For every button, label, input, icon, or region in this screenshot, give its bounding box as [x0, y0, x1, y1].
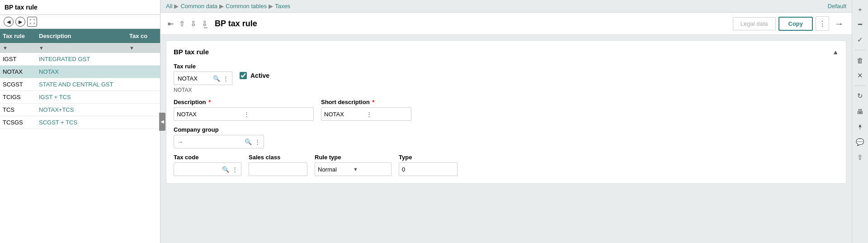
sidebar-attach-icon[interactable]: 🖈: [854, 120, 867, 133]
tax-code-more-icon[interactable]: ⋮: [231, 166, 239, 173]
sep2: ▶: [219, 3, 224, 10]
copy-button[interactable]: Copy: [778, 17, 813, 31]
cell-desc: SCGST + TCS: [36, 116, 127, 129]
filter-row: ▼ ▼ ▼: [0, 43, 160, 53]
description-field[interactable]: NOTAX ⋮: [174, 107, 314, 121]
cell-taxrule: TCIGS: [0, 91, 36, 103]
last-icon[interactable]: ⇩̲: [200, 19, 209, 29]
first-icon[interactable]: ⇤: [166, 19, 175, 29]
row-company-group: Company group → 🔍 ⋮: [174, 126, 839, 148]
sidebar-check-icon[interactable]: ✓: [854, 33, 867, 46]
cell-taxco: [127, 104, 154, 116]
short-description-required: *: [372, 99, 374, 105]
expand-button[interactable]: ⛶: [27, 17, 37, 27]
description-required: *: [208, 99, 211, 105]
form-card-header: BP tax rule ▲: [174, 48, 839, 56]
group-description: Description * NOTAX ⋮: [174, 99, 314, 121]
sidebar-share-icon[interactable]: ⇧: [854, 151, 867, 164]
next-button[interactable]: ▶: [15, 17, 25, 27]
cell-taxrule: TCSGS: [0, 116, 36, 129]
table-row[interactable]: IGST INTEGRATED GST: [0, 53, 160, 66]
row-tax-rule: Tax rule NOTAX 🔍 ⋮ NOTAX Active: [174, 63, 839, 93]
up-icon[interactable]: ⇧: [177, 19, 187, 29]
card-title: BP tax rule: [174, 48, 209, 56]
tax-rule-value: NOTAX: [176, 75, 212, 82]
filter-funnel-taxco[interactable]: ▼: [129, 45, 134, 51]
sidebar-cancel-icon[interactable]: ✕: [854, 69, 867, 82]
group-type: Type 0: [399, 154, 458, 176]
sidebar-minus-icon[interactable]: ━: [854, 18, 867, 31]
sales-class-field[interactable]: [249, 162, 307, 176]
description-value: NOTAX: [177, 111, 242, 118]
tax-code-label: Tax code: [174, 154, 241, 161]
table-row[interactable]: TCS NOTAX+TCS: [0, 104, 160, 116]
legal-data-button[interactable]: Legal data: [733, 17, 776, 30]
cell-desc: STATE AND CENTRAL GST: [36, 78, 127, 91]
table-row[interactable]: SCGST STATE AND CENTRAL GST: [0, 78, 160, 91]
type-field[interactable]: 0: [399, 162, 458, 176]
company-group-field[interactable]: → 🔍 ⋮: [174, 135, 264, 148]
company-group-search-icon[interactable]: 🔍: [243, 138, 253, 145]
tax-rule-more-icon[interactable]: ⋮: [222, 75, 230, 82]
type-label: Type: [399, 154, 458, 161]
group-active: Active: [240, 72, 269, 79]
table-body: IGST INTEGRATED GST NOTAX NOTAX SCGST ST…: [0, 53, 160, 243]
cell-taxco: [127, 116, 154, 129]
sidebar-divider1: [855, 50, 866, 50]
active-checkbox[interactable]: [240, 72, 247, 79]
table-row[interactable]: NOTAX NOTAX: [0, 66, 160, 78]
tax-code-search-icon[interactable]: 🔍: [221, 166, 231, 173]
sidebar-refresh-icon[interactable]: ↻: [854, 90, 867, 102]
col-header-desc: Description: [36, 29, 127, 43]
short-description-label: Short description *: [321, 99, 411, 105]
table-row[interactable]: TCIGS IGST + TCS: [0, 91, 160, 104]
prev-button[interactable]: ◀: [4, 17, 14, 27]
breadcrumb-default[interactable]: Default: [828, 3, 846, 10]
company-group-arrow-icon[interactable]: →: [176, 138, 184, 145]
collapse-button[interactable]: ◀: [159, 113, 165, 131]
sales-class-label: Sales class: [249, 154, 307, 161]
sidebar-comment-icon[interactable]: 💬: [854, 136, 867, 148]
short-description-field[interactable]: NOTAX ⋮: [321, 107, 411, 121]
filter-taxco[interactable]: ▼: [127, 44, 154, 52]
short-description-value: NOTAX: [324, 111, 365, 118]
tax-rule-search-icon[interactable]: 🔍: [212, 75, 222, 82]
breadcrumb-common-tables[interactable]: Common tables: [226, 3, 267, 10]
top-toolbar: ⇤ ⇧ ⇩ ⇩̲ BP tax rule Legal data Copy ⋮ →: [160, 13, 852, 35]
breadcrumb: All ▶ Common data ▶ Common tables ▶ Taxe…: [160, 0, 852, 13]
active-label[interactable]: Active: [250, 72, 269, 79]
cell-taxco: [127, 91, 154, 103]
sidebar-delete-icon[interactable]: 🗑: [854, 54, 867, 67]
row-description: Description * NOTAX ⋮ Short description …: [174, 99, 839, 121]
tax-code-field[interactable]: 🔍 ⋮: [174, 162, 241, 176]
tax-rule-field[interactable]: NOTAX 🔍 ⋮: [174, 71, 232, 85]
rule-type-select[interactable]: Normal ▼: [315, 162, 392, 176]
filter-desc[interactable]: ▼: [36, 44, 127, 52]
cell-taxrule: TCS: [0, 104, 36, 116]
breadcrumb-common-data[interactable]: Common data: [180, 3, 217, 10]
col-header-taxrule: Tax rule: [0, 29, 36, 43]
type-value: 0: [402, 166, 454, 173]
export-button[interactable]: →: [832, 18, 846, 30]
filter-funnel-desc[interactable]: ▼: [39, 45, 44, 51]
sidebar-add-icon[interactable]: +: [854, 3, 867, 15]
filter-funnel-taxrule[interactable]: ▼: [3, 45, 8, 51]
more-options-button[interactable]: ⋮: [816, 16, 829, 31]
description-label: Description *: [174, 99, 314, 105]
filter-taxrule[interactable]: ▼: [0, 44, 36, 52]
breadcrumb-all[interactable]: All: [166, 3, 172, 10]
cell-taxco: [127, 53, 154, 65]
content-area: BP tax rule ▲ Tax rule NOTAX 🔍 ⋮ NOTAX: [160, 35, 852, 243]
down-icon[interactable]: ⇩: [189, 19, 198, 29]
company-group-more-icon[interactable]: ⋮: [253, 138, 262, 145]
sidebar-divider2: [855, 86, 866, 86]
breadcrumb-taxes[interactable]: Taxes: [275, 3, 290, 10]
short-description-more-icon[interactable]: ⋮: [365, 111, 408, 118]
description-more-icon[interactable]: ⋮: [242, 111, 311, 118]
table-row[interactable]: TCSGS SCGST + TCS: [0, 116, 160, 129]
cell-taxco: [127, 66, 154, 78]
sidebar-print-icon[interactable]: 🖶: [854, 105, 867, 118]
page-title: BP tax rule: [215, 19, 257, 29]
company-group-label: Company group: [174, 126, 264, 133]
card-collapse-icon[interactable]: ▲: [832, 48, 839, 56]
